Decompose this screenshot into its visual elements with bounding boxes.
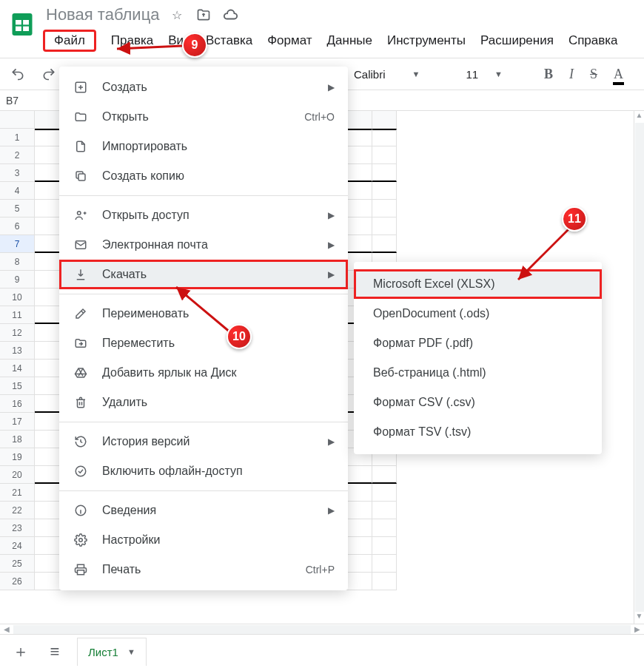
all-sheets-button[interactable]: ≡	[43, 640, 67, 664]
strike-button[interactable]: S	[590, 67, 597, 82]
download-format-item[interactable]: Формат PDF (.pdf)	[354, 328, 602, 358]
name-box[interactable]: B7	[0, 95, 39, 107]
sheet-tab[interactable]: Лист1 ▼	[77, 638, 147, 666]
col-header[interactable]	[372, 111, 397, 129]
sheets-logo[interactable]	[7, 4, 37, 44]
redo-button[interactable]	[41, 67, 56, 81]
row-header[interactable]: 25	[0, 555, 35, 573]
row-header[interactable]: 15	[0, 377, 35, 395]
row-header[interactable]: 17	[0, 413, 35, 431]
menu-data[interactable]: Данные	[327, 33, 372, 48]
cell[interactable]	[372, 164, 397, 182]
file-menu-item[interactable]: Импортировать	[59, 132, 348, 161]
download-format-item[interactable]: Microsoft Excel (XLSX)	[354, 269, 602, 299]
cell[interactable]	[372, 217, 397, 235]
undo-button[interactable]	[10, 67, 25, 81]
scroll-up-icon[interactable]: ▲	[636, 111, 643, 123]
file-menu-item[interactable]: ПечатьCtrl+P	[59, 555, 348, 584]
scroll-left-icon[interactable]: ◀	[0, 625, 13, 633]
row-header[interactable]: 2	[0, 146, 35, 164]
file-menu-item[interactable]: Сведения▶	[59, 496, 348, 525]
cloud-status-icon[interactable]	[221, 6, 239, 24]
file-menu-item[interactable]: Добавить ярлык на Диск	[59, 358, 348, 388]
file-menu-item[interactable]: Переименовать	[59, 299, 348, 328]
file-menu-item[interactable]: Настройки	[59, 525, 348, 555]
file-menu-item[interactable]: Создать копию	[59, 161, 348, 191]
file-menu-item[interactable]: ОткрытьCtrl+O	[59, 102, 348, 132]
file-menu-item[interactable]: Переместить	[59, 328, 348, 358]
menu-ext[interactable]: Расширения	[480, 33, 554, 48]
file-menu-item[interactable]: История версий▶	[59, 427, 348, 456]
row-header[interactable]: 1	[0, 129, 35, 146]
cell[interactable]	[372, 484, 397, 502]
menu-help[interactable]: Справка	[568, 33, 618, 48]
font-select[interactable]: Calibri▼	[354, 68, 420, 81]
row-header[interactable]: 16	[0, 395, 35, 413]
scroll-right-icon[interactable]: ▶	[631, 625, 644, 633]
row-header[interactable]: 8	[0, 253, 35, 271]
cell[interactable]	[372, 502, 397, 519]
menu-insert[interactable]: Вставка	[206, 33, 252, 48]
file-menu-item[interactable]: Удалить	[59, 388, 348, 417]
cell[interactable]	[372, 573, 397, 590]
row-header[interactable]: 22	[0, 502, 35, 519]
font-size-select[interactable]: 11▼	[466, 68, 503, 81]
cell[interactable]	[372, 537, 397, 555]
menu-edit[interactable]: Правка	[111, 33, 153, 48]
cell[interactable]	[372, 129, 397, 146]
row-header[interactable]: 11	[0, 306, 35, 324]
cell[interactable]	[372, 519, 397, 537]
row-header[interactable]: 23	[0, 519, 35, 537]
vertical-scrollbar[interactable]: ▲ ▼	[634, 111, 644, 624]
grid-corner[interactable]	[0, 111, 35, 129]
row-header[interactable]: 24	[0, 537, 35, 555]
cell[interactable]	[372, 200, 397, 217]
doc-title[interactable]: Новая таблица	[46, 5, 159, 24]
row-header[interactable]: 19	[0, 448, 35, 466]
menu-item-shortcut: Ctrl+P	[306, 564, 335, 576]
row-header[interactable]: 12	[0, 324, 35, 342]
row-header[interactable]: 20	[0, 466, 35, 484]
row-header[interactable]: 13	[0, 342, 35, 360]
menu-item-label: Импортировать	[102, 140, 335, 153]
cell[interactable]	[372, 555, 397, 573]
file-menu-item[interactable]: Создать▶	[59, 72, 348, 102]
cell[interactable]	[372, 235, 397, 253]
cell[interactable]	[372, 466, 397, 484]
menu-tools[interactable]: Инструменты	[387, 33, 466, 48]
cell[interactable]	[372, 146, 397, 164]
file-menu-item[interactable]: Электронная почта▶	[59, 230, 348, 260]
row-header[interactable]: 4	[0, 182, 35, 200]
row-header[interactable]: 6	[0, 217, 35, 235]
scroll-down-icon[interactable]: ▼	[636, 612, 643, 624]
star-icon[interactable]: ☆	[168, 6, 186, 24]
add-sheet-button[interactable]: ＋	[9, 640, 33, 664]
bold-button[interactable]: B	[544, 67, 553, 82]
chevron-right-icon: ▶	[328, 240, 335, 250]
text-color-button[interactable]: A	[614, 67, 623, 82]
download-format-item[interactable]: Веб-страница (.html)	[354, 358, 602, 388]
italic-button[interactable]: I	[569, 67, 574, 82]
menu-format[interactable]: Формат	[267, 33, 312, 48]
row-header[interactable]: 5	[0, 200, 35, 217]
download-format-item[interactable]: OpenDocument (.ods)	[354, 299, 602, 328]
menu-item-label: Открыть доступ	[102, 209, 315, 222]
row-header[interactable]: 18	[0, 431, 35, 448]
horizontal-scrollbar[interactable]: ◀ ▶	[0, 624, 644, 634]
move-to-folder-icon[interactable]	[195, 6, 212, 24]
row-header[interactable]: 10	[0, 289, 35, 306]
file-menu-item[interactable]: Открыть доступ▶	[59, 200, 348, 230]
download-format-item[interactable]: Формат TSV (.tsv)	[354, 417, 602, 447]
cell[interactable]	[372, 182, 397, 200]
move-icon	[73, 337, 89, 350]
download-format-item[interactable]: Формат CSV (.csv)	[354, 388, 602, 417]
row-header[interactable]: 7	[0, 235, 35, 253]
row-header[interactable]: 9	[0, 271, 35, 289]
menu-file[interactable]: Файл	[43, 30, 96, 52]
row-header[interactable]: 26	[0, 573, 35, 590]
row-header[interactable]: 3	[0, 164, 35, 182]
row-header[interactable]: 21	[0, 484, 35, 502]
row-header[interactable]: 14	[0, 360, 35, 377]
file-menu-item[interactable]: Скачать▶	[59, 260, 348, 289]
file-menu-item[interactable]: Включить офлайн-доступ	[59, 456, 348, 486]
